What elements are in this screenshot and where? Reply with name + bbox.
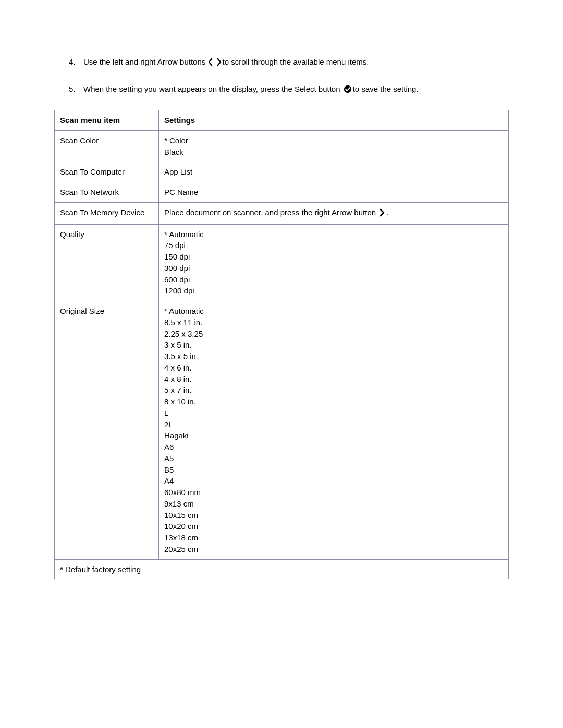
setting-option: 4 x 8 in. bbox=[164, 374, 503, 385]
table-row: Scan To Memory DevicePlace document on s… bbox=[55, 202, 509, 224]
setting-option: 8 x 10 in. bbox=[164, 396, 503, 408]
cell-item: Original Size bbox=[55, 301, 159, 560]
setting-option: Black bbox=[164, 146, 503, 158]
header-col-item: Scan menu item bbox=[55, 110, 159, 131]
setting-option: B5 bbox=[164, 464, 503, 476]
instruction-post: to scroll through the available menu ite… bbox=[222, 57, 369, 66]
setting-option: 10x20 cm bbox=[164, 521, 503, 532]
svg-point-0 bbox=[344, 85, 351, 92]
setting-option: 20x25 cm bbox=[164, 544, 503, 555]
cell-settings: * Automatic75 dpi150 dpi300 dpi600 dpi12… bbox=[159, 224, 509, 301]
table-row: Scan To ComputerApp List bbox=[55, 162, 509, 182]
table-row: Scan Color* ColorBlack bbox=[55, 130, 509, 162]
setting-option: 2L bbox=[164, 419, 503, 430]
setting-option: A5 bbox=[164, 453, 503, 464]
table-footnote: * Default factory setting bbox=[55, 559, 509, 579]
cell-text-post: . bbox=[386, 208, 388, 217]
setting-option: 300 dpi bbox=[164, 263, 503, 274]
setting-option: 9x13 cm bbox=[164, 498, 503, 510]
setting-option: 600 dpi bbox=[164, 274, 503, 286]
setting-option: 2.25 x 3.25 bbox=[164, 328, 503, 340]
setting-option: 75 dpi bbox=[164, 240, 503, 251]
page-divider bbox=[54, 613, 509, 613]
instruction-5: 5. When the setting you want appears on … bbox=[83, 83, 509, 97]
cell-settings: * ColorBlack bbox=[159, 130, 509, 162]
table-row: Scan To NetworkPC Name bbox=[55, 182, 509, 203]
table-body: Scan Color* ColorBlackScan To ComputerAp… bbox=[55, 130, 509, 559]
cell-item: Scan To Memory Device bbox=[55, 202, 159, 224]
setting-option: A4 bbox=[164, 475, 503, 487]
table-row: Quality* Automatic75 dpi150 dpi300 dpi60… bbox=[55, 224, 509, 301]
instruction-pre: Use the left and right Arrow buttons bbox=[83, 57, 207, 66]
instruction-pre: When the setting you want appears on the… bbox=[83, 84, 342, 93]
list-number: 5. bbox=[69, 83, 76, 95]
header-col-settings: Settings bbox=[159, 110, 509, 131]
instructions-list: 4. Use the left and right Arrow buttons … bbox=[54, 56, 509, 96]
setting-option: 5 x 7 in. bbox=[164, 385, 503, 396]
cell-settings: * Automatic8.5 x 11 in.2.25 x 3.253 x 5 … bbox=[159, 301, 509, 560]
cell-item: Scan To Computer bbox=[55, 162, 159, 182]
cell-settings: Place document on scanner, and press the… bbox=[159, 202, 509, 224]
setting-option: 3.5 x 5 in. bbox=[164, 351, 503, 362]
scan-menu-table: Scan menu item Settings Scan Color* Colo… bbox=[54, 110, 509, 579]
setting-option: App List bbox=[164, 166, 503, 178]
cell-item: Scan To Network bbox=[55, 182, 159, 203]
cell-settings: App List bbox=[159, 162, 509, 182]
setting-option: 1200 dpi bbox=[164, 285, 503, 297]
setting-option: 4 x 6 in. bbox=[164, 362, 503, 374]
left-right-arrows-icon bbox=[209, 58, 221, 70]
setting-option: 60x80 mm bbox=[164, 487, 503, 498]
setting-option: * Color bbox=[164, 135, 503, 146]
select-checkmark-icon bbox=[344, 85, 352, 97]
cell-text-pre: Place document on scanner, and press the… bbox=[164, 208, 378, 217]
setting-option: PC Name bbox=[164, 187, 503, 198]
list-number: 4. bbox=[69, 56, 76, 68]
instruction-post: to save the setting. bbox=[353, 84, 419, 93]
table-footnote-row: * Default factory setting bbox=[55, 559, 509, 579]
setting-option: A6 bbox=[164, 441, 503, 453]
setting-option: 10x15 cm bbox=[164, 510, 503, 521]
setting-option: 8.5 x 11 in. bbox=[164, 317, 503, 328]
table-header-row: Scan menu item Settings bbox=[55, 110, 509, 131]
setting-option: 13x18 cm bbox=[164, 532, 503, 544]
setting-option: 150 dpi bbox=[164, 251, 503, 263]
setting-option: Hagaki bbox=[164, 430, 503, 441]
cell-item: Scan Color bbox=[55, 130, 159, 162]
setting-option: L bbox=[164, 408, 503, 419]
setting-option: 3 x 5 in. bbox=[164, 339, 503, 351]
cell-settings: PC Name bbox=[159, 182, 509, 203]
table-row: Original Size* Automatic8.5 x 11 in.2.25… bbox=[55, 301, 509, 560]
setting-option: * Automatic bbox=[164, 229, 503, 240]
page: 4. Use the left and right Arrow buttons … bbox=[0, 0, 563, 655]
right-arrow-icon bbox=[379, 208, 385, 220]
setting-option: * Automatic bbox=[164, 305, 503, 317]
instruction-4: 4. Use the left and right Arrow buttons … bbox=[83, 56, 509, 70]
cell-item: Quality bbox=[55, 224, 159, 301]
